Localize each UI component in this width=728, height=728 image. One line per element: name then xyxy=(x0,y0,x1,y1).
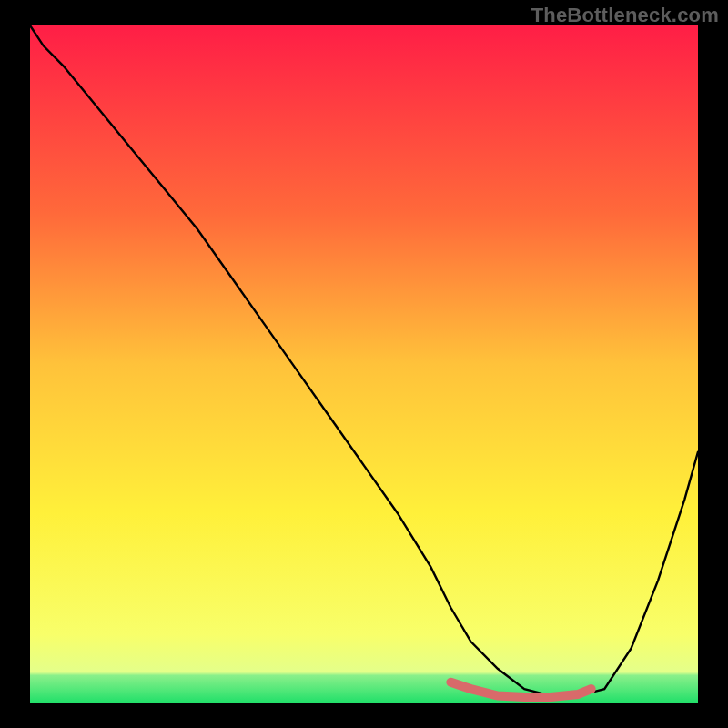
chart-frame: TheBottleneck.com xyxy=(0,0,728,728)
watermark-text: TheBottleneck.com xyxy=(531,4,719,27)
plot-background xyxy=(30,25,698,703)
bottleneck-chart-svg xyxy=(0,0,728,728)
